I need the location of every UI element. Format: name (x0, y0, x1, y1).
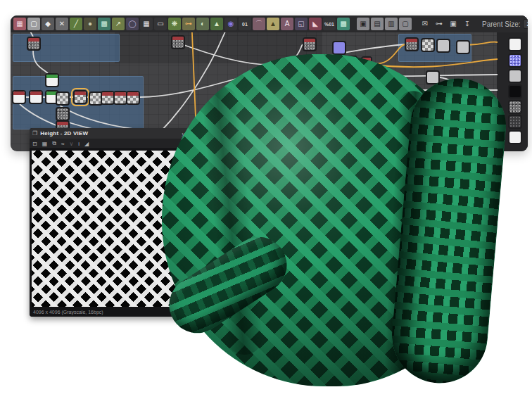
graph-node-checker[interactable] (126, 91, 140, 105)
graph-node-plain[interactable] (436, 39, 450, 53)
node-header (362, 58, 371, 61)
graph-node-white[interactable] (45, 73, 59, 87)
graph-node-checker[interactable] (421, 38, 435, 52)
node-header (406, 39, 417, 42)
graph-node-purple[interactable] (332, 41, 346, 55)
view2d-header[interactable]: ❐ Height - 2D VIEW ⊻⧉✕ (30, 128, 205, 139)
warning-triangle-icon[interactable]: ▲ (267, 18, 279, 30)
node-header (172, 37, 184, 40)
graph-node-noisedark[interactable] (508, 115, 522, 129)
compare-dropdown-icon[interactable]: ∨ (69, 141, 73, 147)
view2d-title: Height - 2D VIEW (40, 130, 177, 137)
view2d-panel: ❐ Height - 2D VIEW ⊻⧉✕ ⊡▦⧉≈∨i◢ 4096 x 40… (30, 128, 205, 317)
quantize-icon[interactable]: %01 (323, 18, 336, 30)
graph-node-plain[interactable] (426, 70, 440, 84)
graph-node-checker[interactable] (56, 91, 70, 106)
save-view-icon[interactable]: ▦ (42, 141, 48, 147)
graph-node-white[interactable] (508, 37, 522, 51)
new-svg-icon[interactable]: ▥ (385, 18, 398, 30)
graph-node-noise[interactable] (405, 37, 419, 51)
channels-view-icon[interactable]: ≈ (61, 141, 64, 147)
height-map-preview[interactable] (32, 151, 203, 307)
graph-node-noise[interactable] (508, 100, 522, 114)
view2d-window-buttons: ⊻⧉✕ (177, 128, 203, 140)
bucket-icon[interactable]: ▭ (154, 18, 167, 30)
graph-node-checker[interactable] (101, 91, 115, 105)
parent-size-select[interactable]: 2048 ∨ (523, 19, 528, 29)
view2d-resolution-text: 4096 x 4096 (Grayscale, 16bpc) (30, 308, 205, 317)
panel-window-icon: ❐ (32, 130, 37, 137)
parent-size-label: Parent Size: (482, 20, 520, 28)
node-header (57, 122, 68, 125)
new-frame-icon[interactable]: ▢ (399, 18, 412, 30)
graph-dark-band (115, 32, 322, 63)
blur-icon[interactable]: ● (84, 18, 96, 30)
node-header (127, 92, 139, 96)
graph-node-noise[interactable] (27, 37, 41, 51)
node-header (30, 91, 42, 95)
pin-view-icon[interactable]: ⊻ (182, 132, 186, 139)
gradient-map-icon[interactable]: ◉ (224, 18, 237, 30)
frame-image-icon[interactable]: ▣ (447, 18, 460, 30)
text-icon[interactable]: A (281, 18, 293, 30)
curve-icon[interactable]: ╱ (70, 18, 82, 30)
graph-node-noise[interactable] (56, 107, 70, 121)
node-header (102, 92, 113, 96)
fit-view-icon[interactable]: ⊡ (32, 141, 37, 147)
node-toolbar: ▦▢◆✕╱●▩↗◯▦▭❋⊶◐▲◉01⌒▲A◱◣%01▩▣▤▥▢✉⊶▣↧ Pare… (11, 15, 528, 32)
svg-icon[interactable]: ▢ (27, 18, 40, 30)
graph-node-bluenoise[interactable] (508, 53, 522, 68)
comment-icon[interactable]: ✉ (419, 18, 431, 30)
histogram-view-icon[interactable]: ◢ (84, 141, 89, 147)
transform-icon[interactable]: ◱ (295, 18, 308, 30)
toolbar-size-controls: Parent Size: 2048 ∨ ∞ 2048 ∨ ⟲ (482, 18, 528, 30)
node-header (75, 91, 86, 95)
info-view-icon[interactable]: i (78, 141, 80, 147)
bitmap-icon[interactable]: ▦ (13, 18, 26, 30)
graph-node-white[interactable] (12, 90, 26, 104)
graph-node-white[interactable] (29, 90, 43, 104)
graph-node-noise[interactable] (303, 37, 317, 51)
view2d-toolbar: ⊡▦⧉≈∨i◢ (30, 139, 205, 149)
warp-icon[interactable]: ↗ (112, 18, 125, 30)
checker-pattern-icon[interactable]: ▩ (337, 18, 350, 30)
dot-link-icon[interactable]: ⊶ (182, 18, 195, 30)
directional-warp-icon[interactable]: ▩ (98, 18, 110, 30)
curve-bridge-icon[interactable]: ⌒ (253, 18, 265, 30)
shape-sphere-icon[interactable]: ◐ (196, 18, 209, 30)
graph-node-checker[interactable] (113, 91, 127, 105)
tile-generator-icon[interactable]: ▦ (140, 18, 153, 30)
node-header (304, 39, 315, 42)
float-view-icon[interactable]: ⧉ (190, 132, 194, 139)
shape-splatter-icon[interactable]: ❋ (168, 18, 181, 30)
graph-node-checker[interactable] (73, 90, 87, 104)
graph-node-purple[interactable] (361, 56, 372, 68)
graph-node-white[interactable] (508, 130, 522, 144)
close-view-icon[interactable]: ✕ (198, 132, 203, 139)
flood-fill-icon[interactable]: ◣ (309, 18, 322, 30)
screenshot-stage: ▦▢◆✕╱●▩↗◯▦▭❋⊶◐▲◉01⌒▲A◱◣%01▩▣▤▥▢✉⊶▣↧ Pare… (0, 0, 532, 399)
blend-icon[interactable]: ◆ (42, 18, 54, 30)
levels-icon[interactable]: 01 (239, 18, 251, 30)
node-header (46, 75, 58, 78)
node-header (28, 38, 39, 42)
graph-node-plain[interactable] (456, 40, 470, 54)
pin-icon[interactable]: ↧ (461, 18, 474, 30)
new-bitmap-icon[interactable]: ▣ (357, 18, 369, 30)
shape-cone-icon[interactable]: ▲ (210, 18, 223, 30)
dot-node-icon[interactable]: ⊶ (433, 18, 445, 30)
node-header (13, 91, 25, 95)
channel-shuffle-icon[interactable]: ✕ (56, 18, 68, 30)
graph-node-plain[interactable] (508, 69, 522, 83)
copy-view-icon[interactable]: ⧉ (52, 140, 56, 147)
new-linked-icon[interactable]: ▤ (371, 18, 384, 30)
node-header (115, 92, 126, 96)
graph-node-black[interactable] (508, 84, 522, 99)
graph-node-noise[interactable] (171, 35, 185, 49)
shape-circle-icon[interactable]: ◯ (126, 18, 139, 30)
graph-node-purple[interactable] (346, 56, 357, 67)
